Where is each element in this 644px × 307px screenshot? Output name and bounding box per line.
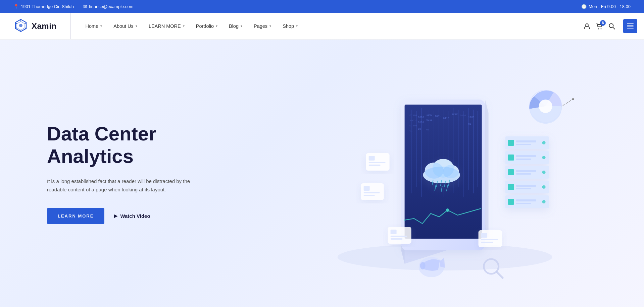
hero-right: 01101 10010 01101 1010 0101 1100 0011 10…: [235, 40, 644, 307]
svg-point-54: [443, 165, 459, 178]
hamburger-line-2: [627, 25, 634, 26]
svg-line-13: [613, 27, 615, 29]
nav-shop-arrow: ▾: [296, 24, 298, 28]
svg-rect-69: [363, 192, 380, 193]
hero-illustration: 01101 10010 01101 1010 0101 1100 0011 10…: [314, 59, 576, 287]
logo-area[interactable]: Xamin: [0, 13, 71, 39]
learn-more-button[interactable]: LEARN MORE: [47, 208, 104, 224]
address-item: 📍 1901 Thornridge Cir. Shiloh: [13, 4, 74, 9]
svg-text:1010: 1010: [451, 112, 457, 115]
nav-item-home[interactable]: Home ▾: [81, 21, 107, 32]
svg-text:0011: 0011: [426, 118, 432, 121]
email-text: finance@example.com: [89, 4, 133, 9]
nav-item-about[interactable]: About Us ▾: [109, 21, 142, 32]
nav-home-label: Home: [86, 23, 99, 29]
nav-item-blog[interactable]: Blog ▾: [224, 21, 247, 32]
svg-rect-100: [508, 199, 514, 205]
svg-point-88: [542, 156, 545, 159]
svg-rect-75: [478, 230, 502, 247]
svg-text:01101: 01101: [409, 114, 417, 117]
svg-rect-86: [516, 155, 536, 157]
svg-point-103: [542, 200, 545, 203]
nav-pages-arrow: ▾: [269, 24, 271, 28]
search-icon[interactable]: [608, 23, 615, 29]
hero-title: Data Center Analytics: [47, 123, 215, 167]
nav-services-label: LEARN MORE: [149, 23, 181, 29]
svg-rect-96: [516, 185, 536, 187]
mail-icon: ✉: [83, 4, 87, 9]
nav-services-arrow: ▾: [183, 24, 185, 28]
logo-text: Xamin: [32, 21, 57, 31]
svg-rect-72: [390, 230, 396, 234]
nav-about-arrow: ▾: [136, 24, 137, 28]
svg-rect-80: [508, 140, 514, 146]
svg-rect-82: [516, 144, 531, 145]
hours-text: Mon - Fri 9:00 - 18:00: [589, 4, 631, 9]
nav-blog-label: Blog: [229, 23, 239, 29]
svg-text:0101: 0101: [418, 121, 424, 124]
main-nav: Home ▾ About Us ▾ LEARN MORE ▾ Portfolio…: [71, 21, 584, 32]
svg-text:0101: 0101: [460, 114, 466, 117]
svg-point-8: [19, 24, 22, 27]
nav-portfolio-label: Portfolio: [196, 23, 214, 29]
svg-rect-87: [516, 159, 531, 160]
nav-item-services[interactable]: LEARN MORE ▾: [144, 21, 189, 32]
top-bar-left: 📍 1901 Thornridge Cir. Shiloh ✉ finance@…: [13, 4, 133, 9]
svg-point-10: [598, 28, 599, 29]
svg-text:01101: 01101: [409, 124, 417, 127]
hero-title-line2: Analytics: [47, 145, 134, 167]
watch-video-button[interactable]: ▶ Watch Video: [114, 213, 150, 219]
hero-actions: LEARN MORE ▶ Watch Video: [47, 208, 215, 224]
hero-description: It is a long established fact that a rea…: [47, 177, 208, 194]
svg-point-109: [420, 262, 425, 269]
svg-rect-101: [516, 199, 536, 201]
hamburger-menu-button[interactable]: [623, 19, 637, 33]
svg-text:1100: 1100: [426, 113, 432, 116]
svg-line-106: [561, 100, 572, 106]
nav-blog-arrow: ▾: [241, 24, 242, 28]
svg-point-98: [542, 185, 545, 189]
svg-rect-95: [508, 184, 514, 190]
svg-rect-64: [368, 156, 375, 161]
svg-point-107: [572, 98, 574, 100]
svg-point-105: [539, 100, 552, 113]
svg-rect-85: [508, 155, 514, 161]
address-text: 1901 Thornridge Cir. Shiloh: [21, 4, 74, 9]
nav-item-shop[interactable]: Shop ▾: [278, 21, 302, 32]
svg-rect-77: [481, 239, 498, 240]
svg-rect-78: [481, 242, 493, 243]
svg-rect-66: [368, 165, 380, 166]
watch-video-label: Watch Video: [120, 213, 150, 219]
hero-left: Data Center Analytics It is a long estab…: [0, 40, 235, 307]
location-icon: 📍: [13, 4, 19, 9]
svg-rect-73: [390, 236, 407, 237]
svg-point-112: [446, 208, 449, 212]
svg-rect-74: [390, 238, 402, 240]
svg-text:0110: 0110: [443, 117, 449, 120]
svg-rect-76: [481, 233, 487, 238]
cart-wrapper[interactable]: 8: [596, 23, 603, 29]
user-icon[interactable]: [584, 23, 590, 29]
svg-text:1001: 1001: [435, 115, 441, 118]
svg-rect-70: [363, 195, 375, 196]
svg-rect-68: [363, 186, 369, 191]
svg-rect-81: [516, 140, 536, 142]
svg-point-93: [542, 171, 545, 174]
nav-about-label: About Us: [113, 23, 134, 29]
hero-title-line1: Data Center: [47, 123, 156, 144]
logo-icon: [13, 19, 28, 34]
svg-rect-91: [516, 170, 536, 172]
nav-item-portfolio[interactable]: Portfolio ▾: [191, 21, 222, 32]
header-actions: 8: [584, 19, 644, 33]
top-bar-right: 🕐 Mon - Fri 9:00 - 18:00: [581, 4, 631, 9]
nav-pages-label: Pages: [254, 23, 267, 29]
svg-text:1100: 1100: [468, 116, 474, 119]
hamburger-line-3: [627, 28, 634, 29]
nav-item-pages[interactable]: Pages ▾: [249, 21, 276, 32]
svg-rect-65: [368, 162, 385, 163]
svg-rect-67: [361, 183, 384, 200]
svg-text:10010: 10010: [409, 119, 417, 122]
svg-rect-90: [508, 169, 514, 175]
clock-icon: 🕐: [581, 4, 587, 9]
nav-shop-label: Shop: [283, 23, 294, 29]
